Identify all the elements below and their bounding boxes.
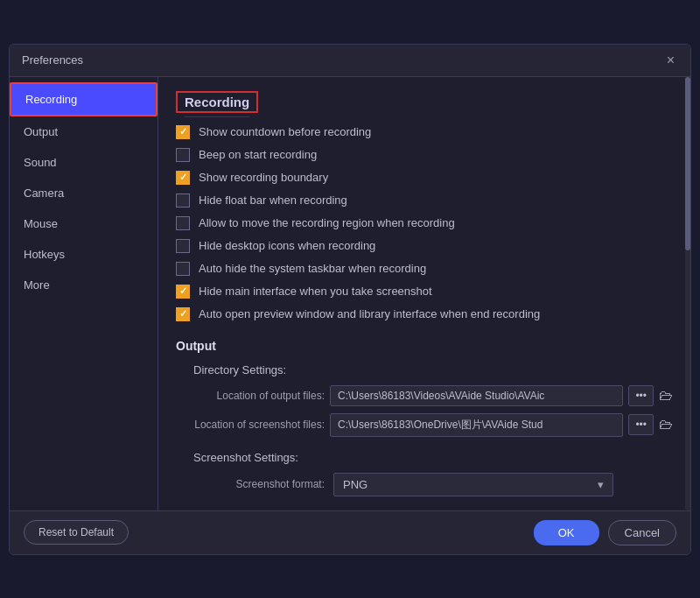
checkbox-row-hide-float-bar: Hide float bar when recording [176, 193, 673, 208]
checkbox-label-auto-hide-taskbar: Auto hide the system taskbar when record… [199, 262, 426, 275]
recording-section-header: Recording [176, 91, 258, 113]
dialog-body: Recording Output Sound Camera Mouse Hotk… [10, 77, 690, 510]
checkbox-show-boundary[interactable] [176, 171, 190, 185]
title-bar: Preferences × [10, 45, 690, 77]
output-files-folder-button[interactable]: 🗁 [659, 388, 673, 404]
chevron-down-icon: ▾ [598, 478, 604, 491]
checkbox-hide-main-interface[interactable] [176, 285, 190, 299]
close-button[interactable]: × [663, 52, 678, 69]
format-select[interactable]: PNG ▾ [333, 473, 613, 496]
preferences-dialog: Preferences × Recording Output Sound Cam… [9, 44, 691, 555]
checkbox-label-show-countdown: Show countdown before recording [199, 125, 371, 138]
output-files-label: Location of output files: [176, 390, 325, 402]
screenshot-files-dots-button[interactable]: ••• [628, 414, 654, 435]
checkbox-label-allow-move: Allow to move the recording region when … [199, 216, 455, 229]
output-section: Output Directory Settings: Location of o… [176, 339, 673, 496]
checkbox-row-auto-open-preview: Auto open preview window and library int… [176, 307, 673, 321]
checkbox-label-beep-on-start: Beep on start recording [199, 148, 317, 161]
recording-section-title: Recording [185, 95, 249, 117]
footer: Reset to Default OK Cancel [10, 510, 690, 554]
format-row: Screenshot format: PNG ▾ [176, 473, 673, 496]
scrollbar-thumb[interactable] [685, 77, 690, 250]
dialog-title: Preferences [22, 53, 83, 67]
checkbox-row-allow-move: Allow to move the recording region when … [176, 216, 673, 230]
checkbox-label-hide-float-bar: Hide float bar when recording [199, 193, 347, 207]
output-files-path[interactable]: C:\Users\86183\Videos\AVAide Studio\AVAi… [330, 385, 623, 406]
checkbox-row-beep-on-start: Beep on start recording [176, 148, 673, 162]
checkbox-hide-float-bar[interactable] [176, 193, 190, 208]
checkbox-beep-on-start[interactable] [176, 148, 190, 162]
sidebar-item-hotkeys[interactable]: Hotkeys [10, 239, 158, 270]
checkbox-allow-move[interactable] [176, 216, 190, 230]
checkbox-row-show-boundary: Show recording boundary [176, 171, 673, 185]
checkbox-auto-hide-taskbar[interactable] [176, 262, 190, 276]
sidebar-item-camera[interactable]: Camera [10, 178, 158, 208]
ok-button[interactable]: OK [534, 520, 599, 545]
main-wrapper: Recording Show countdown before recordin… [158, 77, 690, 510]
checkbox-label-hide-desktop-icons: Hide desktop icons when recording [199, 239, 375, 252]
output-files-dots-button[interactable]: ••• [628, 385, 654, 406]
sidebar-item-more[interactable]: More [10, 270, 158, 300]
reset-to-default-button[interactable]: Reset to Default [24, 520, 129, 545]
screenshot-settings-title: Screenshot Settings: [193, 451, 673, 464]
screenshot-files-label: Location of screenshot files: [176, 419, 325, 431]
sidebar-item-output[interactable]: Output [10, 116, 158, 147]
checkbox-row-auto-hide-taskbar: Auto hide the system taskbar when record… [176, 262, 673, 276]
checkbox-show-countdown[interactable] [176, 125, 190, 139]
cancel-button[interactable]: Cancel [608, 520, 676, 545]
checkbox-label-show-boundary: Show recording boundary [199, 171, 328, 184]
screenshot-files-path[interactable]: C:\Users\86183\OneDrive\图片\AVAide Stud [330, 413, 623, 437]
footer-right: OK Cancel [534, 520, 676, 545]
checkbox-row-hide-desktop-icons: Hide desktop icons when recording [176, 239, 673, 253]
directory-settings-title: Directory Settings: [193, 363, 673, 376]
main-content: Recording Show countdown before recordin… [158, 77, 690, 510]
checkbox-auto-open-preview[interactable] [176, 307, 190, 321]
sidebar-item-sound[interactable]: Sound [10, 147, 158, 178]
checkbox-label-hide-main-interface: Hide main interface when you take screen… [199, 285, 432, 298]
output-section-title: Output [176, 339, 673, 353]
format-value: PNG [343, 478, 368, 491]
sidebar-item-recording[interactable]: Recording [10, 82, 158, 116]
checkbox-label-auto-open-preview: Auto open preview window and library int… [199, 307, 540, 320]
scrollbar-track [685, 77, 690, 510]
checkbox-hide-desktop-icons[interactable] [176, 239, 190, 253]
sidebar-item-mouse[interactable]: Mouse [10, 208, 158, 239]
screenshot-files-row: Location of screenshot files: C:\Users\8… [176, 413, 673, 437]
checkbox-row-hide-main-interface: Hide main interface when you take screen… [176, 285, 673, 299]
sidebar: Recording Output Sound Camera Mouse Hotk… [10, 77, 158, 510]
screenshot-files-folder-button[interactable]: 🗁 [659, 417, 673, 433]
output-files-row: Location of output files: C:\Users\86183… [176, 385, 673, 406]
format-label: Screenshot format: [176, 478, 325, 490]
checkbox-row-show-countdown: Show countdown before recording [176, 125, 673, 139]
